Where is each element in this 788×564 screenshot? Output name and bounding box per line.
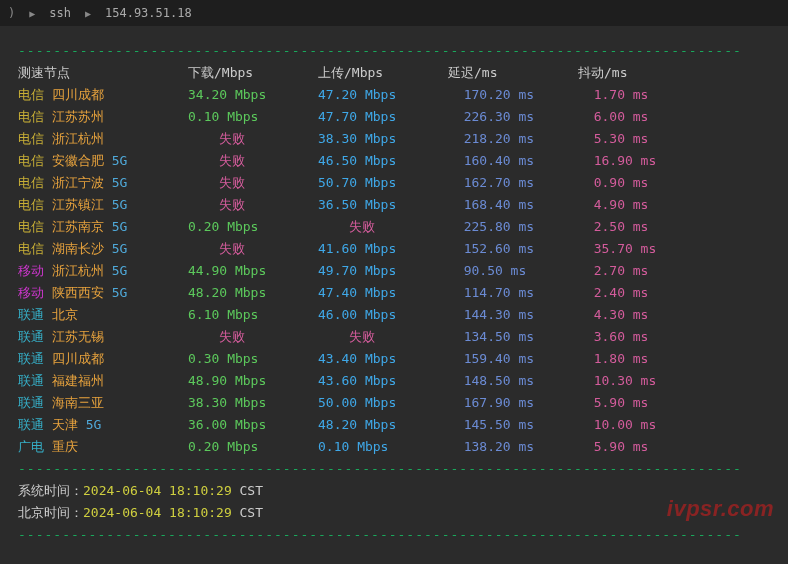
- isp-label: 广电: [18, 439, 44, 454]
- download-cell: 失败: [188, 238, 318, 260]
- network-5g-label: 5G: [104, 197, 127, 212]
- jitter-cell: 1.70 ms: [578, 84, 688, 106]
- node-cell: 电信 浙江杭州: [18, 128, 188, 150]
- divider-line: ----------------------------------------…: [18, 458, 770, 480]
- node-cell: 联通 天津 5G: [18, 414, 188, 436]
- location-label: 四川成都: [44, 87, 104, 102]
- download-cell: 失败: [188, 150, 318, 172]
- upload-cell: 47.20 Mbps: [318, 84, 448, 106]
- jitter-cell: 2.70 ms: [578, 260, 688, 282]
- table-body: 电信 四川成都34.20 Mbps47.20 Mbps 170.20 ms 1.…: [18, 84, 770, 458]
- header-node: 测速节点: [18, 62, 188, 84]
- titlebar-ip: 154.93.51.18: [105, 6, 192, 20]
- beijing-time-row: 北京时间：2024-06-04 18:10:29 CST: [18, 502, 770, 524]
- latency-cell: 159.40 ms: [448, 348, 578, 370]
- node-cell: 联通 江苏无锡: [18, 326, 188, 348]
- jitter-cell: 4.30 ms: [578, 304, 688, 326]
- table-row: 移动 陕西西安 5G48.20 Mbps47.40 Mbps 114.70 ms…: [18, 282, 770, 304]
- download-cell: 0.10 Mbps: [188, 106, 318, 128]
- latency-cell: 114.70 ms: [448, 282, 578, 304]
- location-label: 江苏南京: [44, 219, 104, 234]
- jitter-cell: 0.90 ms: [578, 172, 688, 194]
- arrow-icon: ▶: [85, 8, 91, 19]
- upload-cell: 43.60 Mbps: [318, 370, 448, 392]
- watermark: ivpsr.com: [667, 496, 774, 522]
- isp-label: 移动: [18, 263, 44, 278]
- jitter-cell: 4.90 ms: [578, 194, 688, 216]
- isp-label: 电信: [18, 109, 44, 124]
- header-latency: 延迟/ms: [448, 62, 578, 84]
- table-row: 电信 浙江杭州 失败38.30 Mbps 218.20 ms 5.30 ms: [18, 128, 770, 150]
- table-row: 电信 江苏镇江 5G 失败36.50 Mbps 168.40 ms 4.90 m…: [18, 194, 770, 216]
- isp-label: 电信: [18, 131, 44, 146]
- location-label: 安徽合肥: [44, 153, 104, 168]
- location-label: 天津: [44, 417, 78, 432]
- latency-cell: 160.40 ms: [448, 150, 578, 172]
- table-header: 测速节点 下载/Mbps 上传/Mbps 延迟/ms 抖动/ms: [18, 62, 770, 84]
- node-cell: 电信 江苏南京 5G: [18, 216, 188, 238]
- system-time-value: 2024-06-04 18:10:29: [83, 483, 232, 498]
- network-5g-label: 5G: [104, 241, 127, 256]
- upload-cell: 失败: [318, 216, 448, 238]
- location-label: 浙江杭州: [44, 131, 104, 146]
- isp-label: 电信: [18, 241, 44, 256]
- location-label: 浙江杭州: [44, 263, 104, 278]
- download-cell: 48.20 Mbps: [188, 282, 318, 304]
- download-cell: 6.10 Mbps: [188, 304, 318, 326]
- location-label: 江苏镇江: [44, 197, 104, 212]
- divider-line: ----------------------------------------…: [18, 524, 770, 546]
- network-5g-label: 5G: [104, 219, 127, 234]
- node-cell: 移动 陕西西安 5G: [18, 282, 188, 304]
- jitter-cell: 35.70 ms: [578, 238, 688, 260]
- download-cell: 44.90 Mbps: [188, 260, 318, 282]
- terminal-output: ----------------------------------------…: [0, 26, 788, 560]
- jitter-cell: 5.30 ms: [578, 128, 688, 150]
- system-time-label: 系统时间：: [18, 483, 83, 498]
- location-label: 海南三亚: [44, 395, 104, 410]
- isp-label: 联通: [18, 395, 44, 410]
- node-cell: 移动 浙江杭州 5G: [18, 260, 188, 282]
- download-cell: 36.00 Mbps: [188, 414, 318, 436]
- table-row: 联通 天津 5G36.00 Mbps48.20 Mbps 145.50 ms 1…: [18, 414, 770, 436]
- node-cell: 联通 福建福州: [18, 370, 188, 392]
- header-jitter: 抖动/ms: [578, 62, 688, 84]
- download-cell: 0.30 Mbps: [188, 348, 318, 370]
- location-label: 重庆: [44, 439, 78, 454]
- table-row: 电信 四川成都34.20 Mbps47.20 Mbps 170.20 ms 1.…: [18, 84, 770, 106]
- jitter-cell: 1.80 ms: [578, 348, 688, 370]
- upload-cell: 43.40 Mbps: [318, 348, 448, 370]
- location-label: 湖南长沙: [44, 241, 104, 256]
- location-label: 北京: [44, 307, 78, 322]
- location-label: 江苏无锡: [44, 329, 104, 344]
- network-5g-label: 5G: [104, 263, 127, 278]
- jitter-cell: 10.00 ms: [578, 414, 688, 436]
- node-cell: 电信 江苏苏州: [18, 106, 188, 128]
- upload-cell: 50.70 Mbps: [318, 172, 448, 194]
- table-row: 电信 安徽合肥 5G 失败46.50 Mbps 160.40 ms 16.90 …: [18, 150, 770, 172]
- beijing-time-value: 2024-06-04 18:10:29: [83, 505, 232, 520]
- download-cell: 0.20 Mbps: [188, 216, 318, 238]
- latency-cell: 144.30 ms: [448, 304, 578, 326]
- system-time-row: 系统时间：2024-06-04 18:10:29 CST: [18, 480, 770, 502]
- isp-label: 移动: [18, 285, 44, 300]
- latency-cell: 218.20 ms: [448, 128, 578, 150]
- latency-cell: 148.50 ms: [448, 370, 578, 392]
- arrow-icon: ▶: [29, 8, 35, 19]
- beijing-time-label: 北京时间：: [18, 505, 83, 520]
- download-cell: 0.20 Mbps: [188, 436, 318, 458]
- location-label: 浙江宁波: [44, 175, 104, 190]
- upload-cell: 50.00 Mbps: [318, 392, 448, 414]
- latency-cell: 168.40 ms: [448, 194, 578, 216]
- isp-label: 电信: [18, 153, 44, 168]
- titlebar-ssh: ssh: [49, 6, 71, 20]
- table-row: 联通 北京6.10 Mbps46.00 Mbps 144.30 ms 4.30 …: [18, 304, 770, 326]
- download-cell: 失败: [188, 194, 318, 216]
- isp-label: 联通: [18, 307, 44, 322]
- location-label: 陕西西安: [44, 285, 104, 300]
- download-cell: 34.20 Mbps: [188, 84, 318, 106]
- table-row: 联通 江苏无锡 失败 失败 134.50 ms 3.60 ms: [18, 326, 770, 348]
- table-row: 联通 四川成都0.30 Mbps43.40 Mbps 159.40 ms 1.8…: [18, 348, 770, 370]
- upload-cell: 失败: [318, 326, 448, 348]
- node-cell: 联通 四川成都: [18, 348, 188, 370]
- latency-cell: 226.30 ms: [448, 106, 578, 128]
